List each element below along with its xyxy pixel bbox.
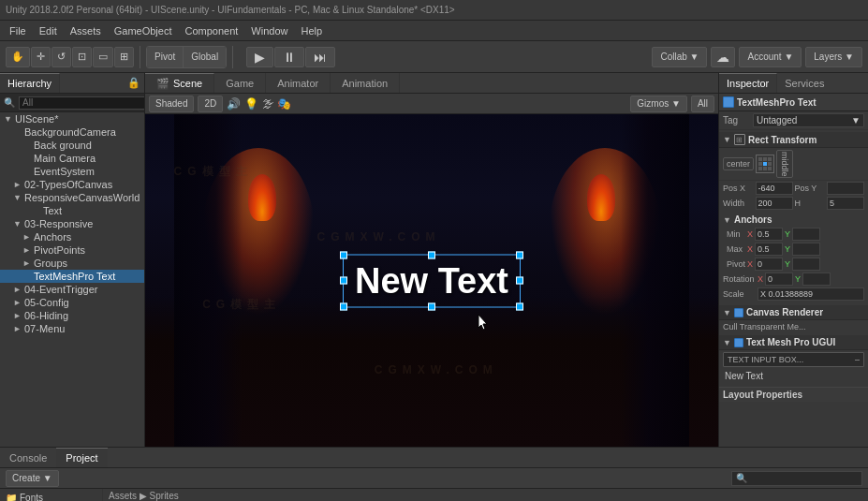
gizmos-btn[interactable]: Gizmos ▼: [630, 96, 687, 112]
global-btn[interactable]: Global: [184, 47, 226, 67]
tree-item-textmeshpro[interactable]: TextMeshPro Text: [0, 270, 144, 283]
move-tool-btn[interactable]: ✛: [31, 47, 51, 67]
game-tab[interactable]: Game: [214, 73, 266, 93]
collab-btn[interactable]: Collab ▼: [652, 47, 707, 67]
height-label: H: [795, 199, 826, 208]
handle-tc[interactable]: [428, 251, 435, 258]
handle-tl[interactable]: [340, 251, 347, 258]
tree-item-eventsystem[interactable]: EventSystem: [0, 165, 144, 178]
twod-btn[interactable]: 2D: [198, 96, 223, 112]
handle-ml[interactable]: [340, 277, 347, 285]
scene-icon-3[interactable]: 🌫: [262, 97, 273, 111]
handle-br[interactable]: [516, 302, 523, 310]
handle-tr[interactable]: [516, 251, 523, 258]
pause-btn[interactable]: ⏸: [274, 47, 304, 67]
layers-btn[interactable]: Layers ▼: [805, 47, 862, 67]
tree-item-02[interactable]: ► 02-TypesOfCanvas: [0, 178, 144, 191]
tree-item-uiscene[interactable]: ▼ UIScene*: [0, 112, 144, 125]
menu-help[interactable]: Help: [295, 23, 328, 38]
create-btn[interactable]: Create ▼: [6, 470, 59, 487]
all-tool-btn[interactable]: ⊞: [114, 47, 134, 67]
component-checkbox[interactable]: [723, 96, 734, 108]
hand-tool-btn[interactable]: ✋: [6, 47, 30, 67]
hierarchy-tree: ▼ UIScene* BackgroundCamera Back ground …: [0, 112, 144, 447]
tree-item-text[interactable]: Text: [0, 204, 144, 217]
canvas-renderer-arrow[interactable]: ▼: [723, 308, 731, 317]
services-tab[interactable]: Services: [777, 73, 831, 93]
all-btn[interactable]: All: [691, 96, 714, 112]
hierarchy-tab-bar: Hierarchy 🔒: [0, 73, 144, 94]
hierarchy-lock-icon[interactable]: 🔒: [124, 73, 144, 93]
scale-tool-btn[interactable]: ⊡: [72, 47, 92, 67]
rotation-y-input[interactable]: [802, 273, 831, 286]
handle-bl[interactable]: [340, 302, 347, 310]
tree-item-groups[interactable]: ► Groups: [0, 257, 144, 270]
tree-item-05[interactable]: ► 05-Config: [0, 296, 144, 309]
pivot-btn[interactable]: Pivot: [147, 47, 184, 67]
cull-row: Cull Transparent Me...: [719, 320, 868, 333]
text-input-arrow[interactable]: –: [855, 355, 860, 364]
scene-icon-1[interactable]: 🔊: [227, 97, 241, 111]
textmesh-checkbox[interactable]: [734, 338, 743, 347]
anchors-arrow[interactable]: ▼: [723, 215, 731, 225]
tree-item-maincamera[interactable]: Main Camera: [0, 152, 144, 165]
inspector-tab-bar: Inspector Services: [719, 73, 868, 94]
textmesh-arrow[interactable]: ▼: [723, 338, 731, 347]
menu-gameobject[interactable]: GameObject: [109, 23, 178, 38]
height-input[interactable]: [827, 197, 864, 210]
rect-transform-arrow[interactable]: ▼: [723, 135, 731, 144]
inspector-tab[interactable]: Inspector: [719, 73, 777, 93]
bottom-search[interactable]: [731, 471, 862, 486]
handle-bc[interactable]: [428, 302, 435, 310]
menu-file[interactable]: File: [4, 23, 32, 38]
posy-input[interactable]: [827, 182, 864, 195]
folder-fonts[interactable]: 📁 Fonts: [0, 491, 102, 501]
tree-item-anchors[interactable]: ► Anchors: [0, 230, 144, 243]
tag-dropdown[interactable]: Untagged ▼: [753, 113, 864, 127]
handle-mr[interactable]: [516, 277, 523, 285]
real-menu-bar[interactable]: File Edit Assets GameObject Component Wi…: [0, 21, 868, 41]
menu-window[interactable]: Window: [245, 23, 293, 38]
tree-item-06[interactable]: ► 06-Hiding: [0, 309, 144, 322]
wh-row: Width H: [719, 196, 868, 211]
tree-item-background[interactable]: Back ground: [0, 139, 144, 152]
account-btn[interactable]: Account ▼: [739, 47, 802, 67]
animation-tab[interactable]: Animation: [331, 73, 400, 93]
tree-item-04[interactable]: ► 04-EventTrigger: [0, 283, 144, 296]
tree-item-03[interactable]: ▼ 03-Responsive: [0, 217, 144, 230]
animator-tab[interactable]: Animator: [266, 73, 331, 93]
canvas-renderer-checkbox[interactable]: [734, 308, 743, 317]
scene-icon-2[interactable]: 💡: [244, 97, 258, 111]
menu-edit[interactable]: Edit: [34, 23, 63, 38]
min-x-input[interactable]: [755, 228, 783, 241]
posx-input[interactable]: [756, 182, 793, 195]
hierarchy-search-input[interactable]: [19, 96, 145, 110]
scene-canvas[interactable]: CG模型主 CGMXW.COM CG模型主 CGMXW.COM New Text: [145, 114, 718, 447]
menu-component[interactable]: Component: [179, 23, 243, 38]
play-btn[interactable]: ▶: [246, 47, 273, 67]
rotate-tool-btn[interactable]: ↺: [51, 47, 71, 67]
rotation-x-input[interactable]: [765, 273, 793, 286]
scene-tab[interactable]: 🎬 Scene: [145, 73, 214, 93]
text-element-container[interactable]: New Text: [343, 254, 521, 307]
hierarchy-tab[interactable]: Hierarchy: [0, 73, 60, 93]
bottom-content: 📁 Fonts 📁 Prefabs 📁 Scenes Assets ▶ Spri…: [0, 489, 868, 501]
rect-tool-btn[interactable]: ▭: [93, 47, 113, 67]
max-y-input[interactable]: [792, 243, 820, 256]
console-tab[interactable]: Console: [0, 448, 56, 467]
step-btn[interactable]: ⏭: [305, 47, 335, 67]
menu-assets[interactable]: Assets: [65, 23, 107, 38]
min-y-input[interactable]: [792, 228, 820, 241]
project-tab[interactable]: Project: [56, 448, 107, 467]
tree-item-07[interactable]: ► 07-Menu: [0, 322, 144, 335]
scene-icon-4[interactable]: 🎭: [277, 97, 291, 111]
tree-item-pivotpoints[interactable]: ► PivotPoints: [0, 243, 144, 257]
width-input[interactable]: [756, 197, 793, 210]
max-x-input[interactable]: [755, 243, 783, 256]
pivot-y-input[interactable]: [792, 258, 820, 271]
shaded-dropdown[interactable]: Shaded: [149, 96, 194, 112]
tree-item-bgcamera[interactable]: BackgroundCamera: [0, 125, 144, 139]
pivot-x-input[interactable]: [755, 258, 783, 271]
tree-item-responsiveworld[interactable]: ▼ ResponsiveCanvasWorld: [0, 191, 144, 204]
cloud-btn[interactable]: ☁: [711, 47, 735, 67]
